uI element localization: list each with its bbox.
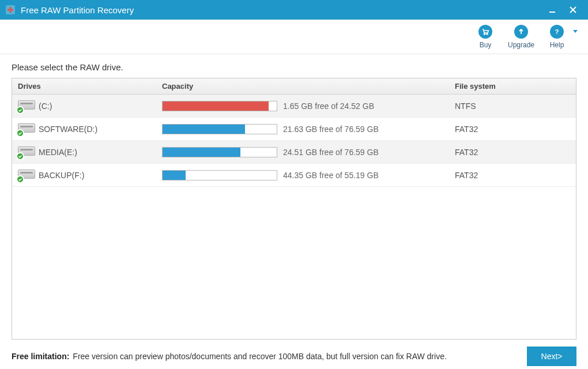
upgrade-icon <box>514 25 528 39</box>
drive-name: BACKUP(F:) <box>39 171 84 180</box>
app-title: Free RAW Partition Recovery <box>21 5 134 15</box>
minimize-button[interactable] <box>542 0 563 20</box>
svg-point-7 <box>487 33 488 35</box>
capacity-bar <box>162 147 277 157</box>
filesystem-cell: FAT32 <box>449 125 576 134</box>
table-row[interactable]: BACKUP(F:)44.35 GB free of 55.19 GBFAT32 <box>12 164 576 187</box>
capacity-bar <box>162 170 277 180</box>
capacity-cell: 44.35 GB free of 55.19 GB <box>156 170 449 180</box>
drive-cell: SOFTWARE(D:) <box>12 122 156 136</box>
upgrade-label: Upgrade <box>508 41 534 49</box>
capacity-text: 1.65 GB free of 24.52 GB <box>283 101 374 111</box>
help-label: Help <box>550 41 564 49</box>
capacity-bar <box>162 101 277 111</box>
column-header-fs[interactable]: File system <box>449 82 576 91</box>
capacity-text: 24.51 GB free of 76.59 GB <box>283 148 379 157</box>
table-row[interactable]: SOFTWARE(D:)21.63 GB free of 76.59 GBFAT… <box>12 118 576 141</box>
instruction-text: Please select the RAW drive. <box>12 62 576 72</box>
drive-cell: BACKUP(F:) <box>12 168 156 182</box>
drive-icon <box>18 122 35 136</box>
column-header-capacity[interactable]: Capacity <box>156 82 449 91</box>
capacity-bar <box>162 124 277 134</box>
help-icon: ? <box>550 25 564 39</box>
capacity-cell: 1.65 GB free of 24.52 GB <box>156 101 449 111</box>
drive-icon <box>18 99 35 113</box>
titlebar: Free RAW Partition Recovery <box>0 0 588 20</box>
chevron-down-icon[interactable] <box>573 30 578 33</box>
drive-name: (C:) <box>39 101 52 111</box>
capacity-text: 44.35 GB free of 55.19 GB <box>283 171 379 180</box>
close-button[interactable] <box>563 0 583 20</box>
column-header-drives[interactable]: Drives <box>12 82 156 91</box>
capacity-text: 21.63 GB free of 76.59 GB <box>283 125 379 134</box>
drive-table: Drives Capacity File system (C:)1.65 GB … <box>12 78 576 340</box>
main-panel: Please select the RAW drive. Drives Capa… <box>0 54 588 340</box>
filesystem-cell: NTFS <box>449 101 576 111</box>
filesystem-cell: FAT32 <box>449 148 576 157</box>
app-icon <box>5 4 16 16</box>
drive-cell: (C:) <box>12 99 156 113</box>
bottom-bar: Free limitation: Free version can previe… <box>0 344 588 369</box>
drive-cell: MEDIA(E:) <box>12 145 156 159</box>
buy-button[interactable]: Buy <box>472 25 499 49</box>
drive-icon <box>18 145 35 159</box>
next-button[interactable]: Next> <box>527 347 576 366</box>
filesystem-cell: FAT32 <box>449 171 576 180</box>
table-header: Drives Capacity File system <box>12 78 576 95</box>
upgrade-button[interactable]: Upgrade <box>507 25 535 49</box>
table-row[interactable]: (C:)1.65 GB free of 24.52 GBNTFS <box>12 95 576 118</box>
drive-name: SOFTWARE(D:) <box>39 125 97 134</box>
help-button[interactable]: ? Help <box>543 25 571 49</box>
buy-label: Buy <box>480 41 492 49</box>
toolbar: Buy Upgrade ? Help <box>0 20 588 54</box>
drive-name: MEDIA(E:) <box>39 148 77 157</box>
svg-text:?: ? <box>555 28 559 35</box>
cart-icon <box>478 25 492 39</box>
capacity-cell: 24.51 GB free of 76.59 GB <box>156 147 449 157</box>
table-row[interactable]: MEDIA(E:)24.51 GB free of 76.59 GBFAT32 <box>12 141 576 164</box>
svg-point-6 <box>484 33 485 35</box>
capacity-cell: 21.63 GB free of 76.59 GB <box>156 124 449 134</box>
drive-icon <box>18 168 35 182</box>
svg-rect-2 <box>7 9 13 11</box>
limitation-text: Free version can preview photos/document… <box>73 352 446 361</box>
limitation-label: Free limitation: <box>12 352 69 361</box>
